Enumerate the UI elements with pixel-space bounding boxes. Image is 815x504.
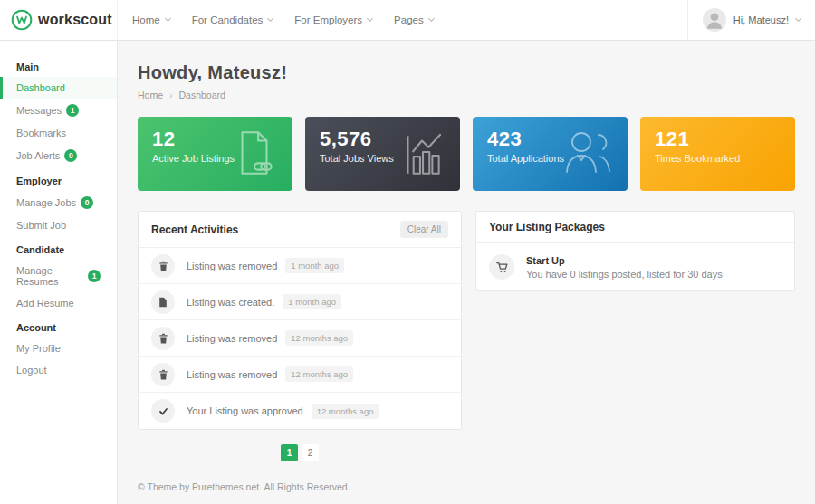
sidebar-item-label: Logout bbox=[16, 365, 47, 376]
topbar: workscout Home For Candidates For Employ… bbox=[0, 0, 815, 41]
activity-text: Listing was created. bbox=[187, 297, 274, 308]
messages-count-badge: 1 bbox=[66, 104, 79, 117]
breadcrumb-separator: › bbox=[169, 90, 173, 100]
nav-item-for-candidates[interactable]: For Candidates bbox=[192, 14, 273, 25]
brand-name: workscout bbox=[38, 12, 112, 28]
sidebar-item-submit-job[interactable]: Submit Job bbox=[0, 214, 117, 236]
activity-row: Listing was created. 1 month ago bbox=[139, 284, 461, 320]
manage-resumes-count-badge: 1 bbox=[88, 270, 101, 282]
people-icon bbox=[560, 127, 616, 181]
package-name: Start Up bbox=[526, 255, 723, 266]
stat-card-active-job-listings: 12 Active Job Listings bbox=[138, 117, 292, 191]
nav-item-pages[interactable]: Pages bbox=[394, 14, 434, 25]
sidebar-item-label: Dashboard bbox=[16, 82, 65, 93]
chevron-down-icon bbox=[428, 15, 435, 22]
stat-card-total-jobs-views: 5,576 Total Jobs Views bbox=[305, 117, 460, 191]
activity-row: Your Listing was approved 12 months ago bbox=[139, 393, 461, 429]
sidebar-item-dashboard[interactable]: Dashboard bbox=[0, 77, 117, 99]
trash-icon bbox=[151, 327, 175, 350]
stat-card-times-bookmarked: 121 Times Bookmarked bbox=[640, 117, 795, 191]
page-title: Howdy, Mateusz! bbox=[138, 62, 795, 83]
activity-text: Listing was removed bbox=[187, 369, 277, 380]
stat-card-total-applications: 423 Total Applications bbox=[473, 117, 628, 191]
manage-jobs-count-badge: 0 bbox=[81, 196, 93, 209]
sidebar-item-manage-resumes[interactable]: Manage Resumes 1 bbox=[0, 260, 117, 292]
sidebar-section-account: Account bbox=[0, 314, 117, 338]
sidebar-item-label: Submit Job bbox=[16, 220, 66, 231]
breadcrumb-home-link[interactable]: Home bbox=[138, 90, 163, 100]
sidebar-item-label: Bookmarks bbox=[16, 128, 66, 138]
activity-row: Listing was removed 12 months ago bbox=[139, 357, 461, 393]
activity-row: Listing was removed 1 month ago bbox=[139, 248, 461, 284]
sidebar-section-main: Main bbox=[0, 53, 117, 77]
stat-label: Times Bookmarked bbox=[655, 152, 745, 166]
nav-item-for-employers[interactable]: For Employers bbox=[294, 14, 372, 25]
sidebar-item-label: Messages bbox=[16, 105, 62, 116]
footer-copyright: © Theme by Purethemes.net. All Rights Re… bbox=[138, 481, 462, 492]
stat-value: 121 bbox=[655, 128, 781, 150]
sidebar-section-employer: Employer bbox=[0, 167, 117, 191]
recent-activities-panel: Recent Activities Clear All bbox=[138, 211, 462, 430]
activity-text: Your Listing was approved bbox=[187, 405, 303, 416]
pagination-page-2[interactable]: 2 bbox=[302, 444, 319, 461]
job-alerts-count-badge: 0 bbox=[64, 149, 77, 162]
sidebar-item-label: Manage Jobs bbox=[16, 197, 76, 208]
listing-packages-title: Your Listing Packages bbox=[489, 221, 605, 233]
activity-time-badge: 1 month ago bbox=[283, 294, 341, 309]
breadcrumb-current: Dashboard bbox=[179, 90, 225, 100]
activity-time-badge: 12 months ago bbox=[312, 404, 379, 419]
sidebar-item-manage-jobs[interactable]: Manage Jobs 0 bbox=[0, 191, 117, 214]
activity-text: Listing was removed bbox=[187, 261, 277, 271]
sidebar-item-job-alerts[interactable]: Job Alerts 0 bbox=[0, 144, 117, 167]
sidebar-item-label: Add Resume bbox=[16, 298, 74, 309]
trash-icon bbox=[151, 363, 175, 386]
workscout-logo-icon bbox=[11, 9, 33, 31]
workscout-dashboard: workscout Home For Candidates For Employ… bbox=[0, 0, 815, 504]
clear-all-button[interactable]: Clear All bbox=[400, 221, 448, 238]
sidebar-item-add-resume[interactable]: Add Resume bbox=[0, 292, 117, 314]
listing-packages-panel: Your Listing Packages bbox=[475, 211, 795, 291]
sidebar-item-label: Job Alerts bbox=[16, 150, 60, 161]
file-icon bbox=[151, 290, 175, 314]
sidebar-item-label: My Profile bbox=[16, 343, 61, 354]
activity-time-badge: 12 months ago bbox=[285, 330, 353, 346]
check-icon bbox=[151, 399, 175, 423]
user-menu[interactable]: Hi, Mateusz! bbox=[687, 0, 815, 40]
pagination-page-1[interactable]: 1 bbox=[281, 444, 298, 461]
user-greeting: Hi, Mateusz! bbox=[734, 14, 789, 25]
file-link-icon bbox=[228, 127, 281, 183]
sidebar-item-label: Manage Resumes bbox=[16, 265, 83, 287]
activity-time-badge: 1 month ago bbox=[285, 258, 344, 273]
chevron-down-icon bbox=[795, 15, 801, 22]
package-row: Start Up You have 0 listings posted, lis… bbox=[476, 243, 794, 290]
nav-label: Home bbox=[132, 14, 160, 25]
chevron-down-icon bbox=[267, 15, 273, 22]
nav-label: For Employers bbox=[294, 14, 362, 25]
sidebar: Main Dashboard Messages 1 Bookmarks Job … bbox=[0, 41, 118, 504]
cart-icon bbox=[489, 254, 514, 280]
breadcrumb: Home › Dashboard bbox=[138, 90, 795, 100]
activity-time-badge: 12 months ago bbox=[285, 366, 353, 382]
recent-activities-title: Recent Activities bbox=[151, 223, 238, 236]
package-description: You have 0 listings posted, listed for 3… bbox=[526, 269, 723, 280]
nav-item-home[interactable]: Home bbox=[132, 14, 170, 25]
sidebar-item-messages[interactable]: Messages 1 bbox=[0, 99, 117, 122]
nav-label: Pages bbox=[394, 14, 424, 25]
chart-icon bbox=[396, 127, 448, 183]
sidebar-section-candidate: Candidate bbox=[0, 236, 117, 260]
pagination: 1 2 bbox=[138, 444, 462, 461]
chevron-down-icon bbox=[165, 15, 171, 22]
brand-logo[interactable]: workscout bbox=[0, 0, 118, 40]
main-nav: Home For Candidates For Employers Pages bbox=[118, 0, 687, 40]
main-content: Howdy, Mateusz! Home › Dashboard 12 Acti… bbox=[118, 41, 815, 504]
stat-cards: 12 Active Job Listings 5,576 Total Jobs … bbox=[138, 117, 795, 191]
sidebar-item-logout[interactable]: Logout bbox=[0, 359, 117, 381]
activity-text: Listing was removed bbox=[187, 333, 277, 344]
sidebar-item-my-profile[interactable]: My Profile bbox=[0, 338, 117, 359]
activity-row: Listing was removed 12 months ago bbox=[139, 320, 461, 357]
sidebar-item-bookmarks[interactable]: Bookmarks bbox=[0, 122, 117, 144]
chevron-down-icon bbox=[367, 15, 373, 22]
trash-icon bbox=[151, 254, 175, 278]
user-avatar-icon bbox=[703, 8, 726, 32]
nav-label: For Candidates bbox=[192, 14, 264, 25]
